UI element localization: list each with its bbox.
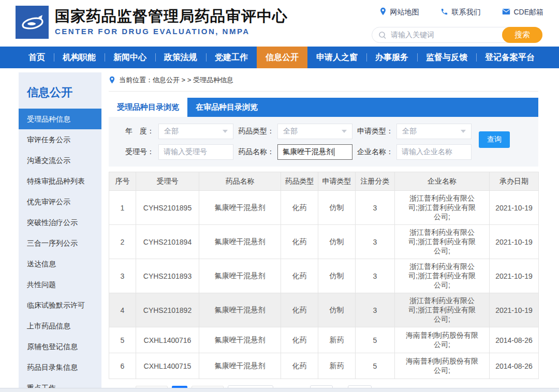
column-header-受理号: 受理号	[136, 172, 199, 191]
sidebar-item-送达信息[interactable]: 送达信息	[19, 253, 101, 274]
cell-申请类型: 新药	[318, 353, 356, 379]
quick-link-mail[interactable]: CDE邮箱	[502, 8, 543, 17]
cell-药品名称: 氟康唑干混悬剂	[199, 327, 281, 353]
drug-name-value: 氟康唑干混悬剂	[283, 147, 333, 157]
quick-link-label: 联系我们	[451, 8, 480, 17]
quick-link-phone[interactable]: 联系我们	[440, 8, 480, 17]
table-row[interactable]: 6CXHL1400715氟康唑干混悬剂化药新药5海南普利制药股份有限公司;201…	[109, 353, 539, 379]
footer-strip	[0, 388, 559, 392]
acceptance-no-label: 受理号：	[119, 147, 154, 157]
nav-item-登记备案平台[interactable]: 登记备案平台	[476, 47, 543, 68]
company-name-input[interactable]: 请输入企业名称	[396, 144, 472, 160]
query-button[interactable]: 查询	[479, 131, 510, 148]
cell-受理号: CYHS2101892	[136, 293, 199, 327]
year-label: 年 度：	[119, 127, 154, 136]
nav-item-政策法规[interactable]: 政策法规	[155, 47, 206, 68]
nav-item-信息公开[interactable]: 信息公开	[257, 47, 307, 68]
cell-序号: 6	[109, 353, 136, 379]
sidebar-item-受理品种信息[interactable]: 受理品种信息	[19, 109, 101, 129]
breadcrumb: 当前位置：信息公开 > > 受理品种信息	[109, 76, 538, 92]
chevron-down-icon	[223, 130, 228, 133]
table-row[interactable]: 5CXHL1400716氟康唑干混悬剂化药新药5海南普利制药股份有限公司;201…	[109, 327, 539, 353]
nav-item-党建工作[interactable]: 党建工作	[206, 47, 257, 68]
column-header-申请类型: 申请类型	[318, 172, 356, 191]
quick-link-label: 网站地图	[390, 8, 419, 17]
content: 当前位置：信息公开 > > 受理品种信息 受理品种目录浏览 在审品种目录浏览 年…	[109, 68, 538, 392]
sidebar-item-药品目录集信息[interactable]: 药品目录集信息	[19, 357, 101, 378]
table-row[interactable]: 4CYHS2101892氟康唑干混悬剂化药仿制3浙江普利药业有限公司;浙江普利药…	[109, 293, 539, 327]
cell-企业名称: 海南普利制药股份有限公司;	[395, 353, 490, 379]
cell-药品名称: 氟康唑干混悬剂	[199, 353, 281, 379]
table-row[interactable]: 2CYHS2101894氟康唑干混悬剂化药仿制3浙江普利药业有限公司;浙江普利药…	[109, 225, 539, 259]
sidebar-item-审评任务公示[interactable]: 审评任务公示	[19, 129, 101, 150]
apply-type-label: 申请类型：	[357, 127, 392, 136]
search-button[interactable]: 搜索	[502, 27, 542, 43]
sidebar-item-上市药品信息[interactable]: 上市药品信息	[19, 315, 101, 336]
cde-logo	[16, 6, 49, 39]
apply-type-select[interactable]: 全部	[396, 124, 472, 139]
column-header-注册分类: 注册分类	[356, 172, 395, 191]
filter-company-name: 企业名称： 请输入企业名称	[357, 144, 476, 160]
cell-申请类型: 仿制	[318, 191, 356, 225]
site-header: 国家药品监督管理局药品审评中心 CENTER FOR DRUG EVALUATI…	[0, 0, 559, 47]
cell-企业名称: 浙江普利药业有限公司;浙江普利药业有限公司;	[395, 225, 490, 259]
year-select-value: 全部	[164, 127, 179, 136]
cell-药品类型: 化药	[281, 327, 318, 353]
sidebar-item-原辅包登记信息[interactable]: 原辅包登记信息	[19, 336, 101, 357]
cell-申请类型: 仿制	[318, 259, 356, 293]
mail-icon	[502, 8, 510, 17]
sidebar-item-突破性治疗公示[interactable]: 突破性治疗公示	[19, 212, 101, 233]
cell-序号: 3	[109, 259, 136, 293]
filter-drug-type: 药品类型： 全部	[238, 124, 357, 139]
cell-申请类型: 仿制	[318, 293, 356, 327]
quick-link-location-pin[interactable]: 网站地图	[379, 7, 419, 18]
quick-link-label: CDE邮箱	[513, 8, 543, 17]
sidebar-item-临床试验默示许可[interactable]: 临床试验默示许可	[19, 295, 101, 315]
chevron-down-icon	[342, 130, 347, 133]
nav-item-新闻中心[interactable]: 新闻中心	[105, 47, 155, 68]
filter-year: 年 度： 全部	[119, 124, 238, 139]
cell-注册分类: 3	[356, 259, 395, 293]
tab-under-review-catalog[interactable]: 在审品种目录浏览	[187, 98, 266, 117]
quick-links: 网站地图联系我们CDE邮箱	[379, 7, 543, 18]
acceptance-no-input[interactable]: 请输入受理号	[158, 144, 233, 160]
sidebar-item-三合一序列公示[interactable]: 三合一序列公示	[19, 233, 101, 253]
filter-acceptance-no: 受理号： 请输入受理号	[119, 144, 238, 160]
sidebar-item-特殊审批品种列表[interactable]: 特殊审批品种列表	[19, 171, 101, 191]
cell-申请类型: 仿制	[318, 225, 356, 259]
main-nav: 首页机构职能新闻中心政策法规党建工作信息公开申请人之窗办事服务监督与反馈登记备案…	[0, 47, 559, 68]
tab-accepted-catalog[interactable]: 受理品种目录浏览	[109, 98, 187, 117]
sidebar-item-共性问题[interactable]: 共性问题	[19, 274, 101, 295]
nav-item-监督与反馈[interactable]: 监督与反馈	[417, 47, 476, 68]
table-row[interactable]: 1CYHS2101895氟康唑干混悬剂化药仿制3浙江普利药业有限公司;浙江普利药…	[109, 191, 539, 225]
cell-受理号: CXHL1400715	[136, 353, 199, 379]
year-select[interactable]: 全部	[158, 124, 233, 139]
nav-item-机构职能[interactable]: 机构职能	[54, 47, 105, 68]
site-search[interactable]: 请输入关键词 搜索	[372, 27, 542, 43]
column-header-序号: 序号	[109, 172, 136, 191]
body-wrap: 信息公开 受理品种信息审评任务公示沟通交流公示特殊审批品种列表优先审评公示突破性…	[0, 68, 559, 392]
cell-序号: 5	[109, 327, 136, 353]
sidebar-item-优先审评公示[interactable]: 优先审评公示	[19, 191, 101, 212]
cell-企业名称: 海南普利制药股份有限公司;	[395, 327, 490, 353]
column-header-企业名称: 企业名称	[395, 172, 490, 191]
cell-注册分类: 3	[356, 191, 395, 225]
nav-item-首页[interactable]: 首页	[20, 47, 54, 68]
search-icon	[378, 31, 387, 39]
drug-name-input[interactable]: 氟康唑干混悬剂	[277, 144, 352, 160]
drug-type-label: 药品类型：	[238, 127, 273, 136]
search-input[interactable]: 请输入关键词	[391, 31, 502, 40]
drug-type-select[interactable]: 全部	[277, 124, 352, 139]
cell-药品类型: 化药	[281, 259, 318, 293]
nav-item-申请人之窗[interactable]: 申请人之窗	[307, 47, 366, 68]
column-header-药品名称: 药品名称	[199, 172, 281, 191]
cell-企业名称: 浙江普利药业有限公司;浙江普利药业有限公司;	[395, 191, 490, 225]
nav-item-办事服务[interactable]: 办事服务	[366, 47, 417, 68]
cell-药品类型: 化药	[281, 191, 318, 225]
table-row[interactable]: 3CYHS2101893氟康唑干混悬剂化药仿制3浙江普利药业有限公司;浙江普利药…	[109, 259, 539, 293]
phone-icon	[440, 8, 448, 17]
site-title: 国家药品监督管理局药品审评中心	[55, 6, 288, 26]
cell-序号: 1	[109, 191, 136, 225]
tab-bar: 受理品种目录浏览 在审品种目录浏览	[109, 98, 538, 117]
sidebar-item-沟通交流公示[interactable]: 沟通交流公示	[19, 150, 101, 171]
